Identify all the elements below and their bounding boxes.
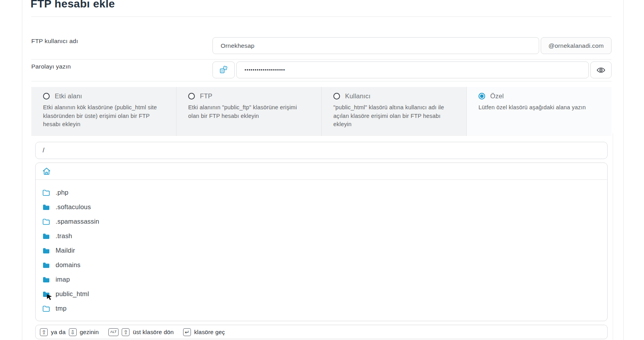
arrow-down-key-icon: ⇩ <box>69 328 77 336</box>
toggle-password-visibility-button[interactable] <box>590 61 612 78</box>
folder-name: .softaculous <box>56 203 91 211</box>
panel-left-border <box>22 0 22 340</box>
folder-name: .php <box>56 189 68 196</box>
access-option-head: FTP <box>188 92 306 100</box>
hint-text: üst klasöre dön <box>133 329 174 335</box>
ftp-username-input[interactable] <box>212 37 539 54</box>
password-input[interactable] <box>236 61 589 78</box>
access-option-card[interactable]: Etki alanı Etki alanının kök klasörüne (… <box>31 87 176 136</box>
folder-row[interactable]: Maildir <box>36 243 607 258</box>
access-option-description: "public_html" klasörü altına kullanıcı a… <box>333 103 452 129</box>
access-option-label: FTP <box>200 92 212 100</box>
folder-icon <box>42 276 50 284</box>
hint-group: ⇧ya da⇩gezinin <box>40 328 99 336</box>
folder-name: tmp <box>56 305 67 312</box>
folder-browser: .php .softaculous .spamassassin <box>35 163 608 321</box>
access-option-label: Kullanıcı <box>345 92 371 100</box>
divider <box>31 59 612 60</box>
folder-icon <box>42 247 50 255</box>
generate-password-button[interactable] <box>212 61 235 78</box>
add-ftp-account-page: FTP hesabı ekle FTP kullanıcı adı @ornek… <box>0 0 644 340</box>
folder-row[interactable]: .spamassassin <box>36 214 607 229</box>
access-option-description: Etki alanının kök klasörüne (public_html… <box>43 103 161 129</box>
folder-row[interactable]: domains <box>36 258 607 272</box>
folder-name: public_html <box>56 290 89 298</box>
radio-button[interactable] <box>479 93 485 99</box>
hint-text: gezinin <box>80 329 99 335</box>
ftp-username-label: FTP kullanıcı adı <box>31 38 78 45</box>
alt-key-icon: ALT <box>108 328 119 336</box>
access-option-card[interactable]: Özel Lütfen özel klasörü aşağıdaki alana… <box>467 87 612 136</box>
hint-group: ALT⇧üst klasöre dön <box>108 328 174 336</box>
scrollbar-track[interactable] <box>613 133 613 340</box>
custom-folder-path-input[interactable] <box>35 142 608 159</box>
folder-name: imap <box>56 276 70 283</box>
folder-name: .spamassassin <box>56 218 99 225</box>
folder-icon <box>42 218 50 226</box>
hint-text: ya da <box>51 329 66 335</box>
folder-row[interactable]: public_html <box>36 287 607 301</box>
access-option-head: Etki alanı <box>43 92 161 100</box>
folder-name: Maildir <box>56 247 75 254</box>
home-row[interactable] <box>36 163 607 180</box>
panel-right-border <box>623 0 624 340</box>
hint-group: ↵klasöre geç <box>183 328 225 336</box>
radio-button[interactable] <box>333 93 340 99</box>
folder-row[interactable]: imap <box>36 272 607 287</box>
divider <box>31 16 612 17</box>
access-option-head: Özel <box>479 92 597 100</box>
enter-key-icon: ↵ <box>183 328 191 336</box>
radio-button[interactable] <box>188 93 195 99</box>
folder-icon <box>42 203 50 211</box>
mouse-cursor-icon <box>47 294 52 301</box>
access-option-label: Özel <box>490 92 504 100</box>
access-option-card[interactable]: FTP Etki alanının "public_ftp" klasörüne… <box>176 87 322 136</box>
folder-icon <box>42 232 50 240</box>
keyboard-hints-bar: ⇧ya da⇩gezininALT⇧üst klasöre dön↵klasör… <box>35 325 608 339</box>
folder-name: .trash <box>56 232 72 240</box>
folder-row[interactable]: tmp <box>36 301 607 316</box>
folder-icon <box>42 305 50 313</box>
hint-text: klasöre geç <box>194 329 225 335</box>
divider <box>31 81 612 81</box>
radio-button[interactable] <box>43 93 50 99</box>
access-type-options: Etki alanı Etki alanının kök klasörüne (… <box>31 87 612 136</box>
dice-icon <box>219 65 228 74</box>
arrow-up-key-icon: ⇧ <box>40 328 48 336</box>
access-option-label: Etki alanı <box>55 92 82 100</box>
folder-row[interactable]: .php <box>36 185 607 200</box>
access-option-head: Kullanıcı <box>333 92 452 100</box>
arrow-up-key-icon: ⇧ <box>122 328 130 336</box>
access-option-description: Lütfen özel klasörü aşağıdaki alana yazı… <box>479 103 597 112</box>
folder-name: domains <box>56 261 81 269</box>
folder-icon <box>42 261 50 269</box>
domain-suffix-addon: @ornekalanadi.com <box>541 37 612 54</box>
page-title: FTP hesabı ekle <box>31 0 115 10</box>
eye-icon <box>596 65 606 75</box>
folder-row[interactable]: .trash <box>36 229 607 243</box>
home-icon <box>42 166 51 176</box>
folder-icon <box>42 189 50 197</box>
folder-row[interactable]: .softaculous <box>36 200 607 214</box>
password-label: Parolayı yazın <box>31 63 71 70</box>
access-option-card[interactable]: Kullanıcı "public_html" klasörü altına k… <box>322 87 467 136</box>
access-option-description: Etki alanının "public_ftp" klasörüne eri… <box>188 103 306 120</box>
folder-list: .php .softaculous .spamassassin <box>36 180 607 316</box>
